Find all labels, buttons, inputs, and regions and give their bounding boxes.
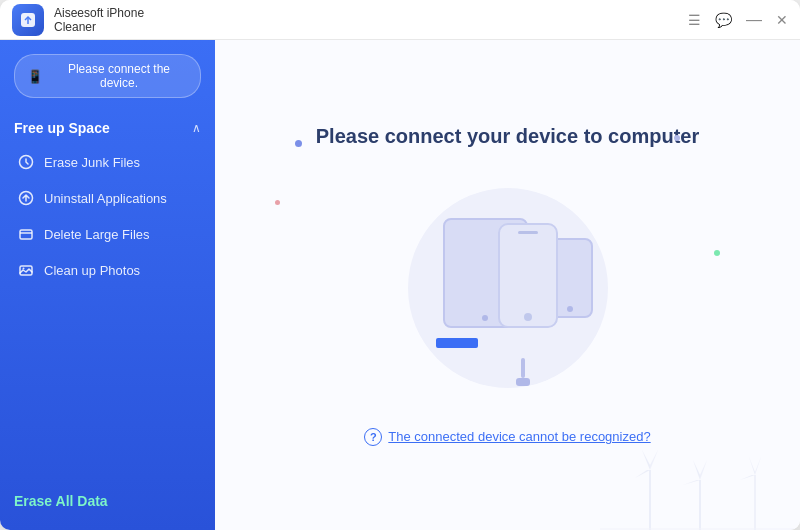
delete-large-label: Delete Large Files [44, 227, 150, 242]
erase-junk-icon [16, 152, 36, 172]
clean-photos-label: Clean up Photos [44, 263, 140, 278]
erase-all-link[interactable]: Erase All Data [14, 493, 108, 509]
erase-all-section: Erase All Data [0, 482, 215, 516]
app-window: Aiseesoft iPhone Cleaner ☰ 💬 — ✕ 📱 Pleas… [0, 0, 800, 530]
close-button[interactable]: ✕ [776, 12, 788, 28]
accent-bar [436, 338, 478, 348]
main-title: Please connect your device to computer [316, 125, 699, 148]
sidebar: 📱 Please connect the device. Free up Spa… [0, 40, 215, 530]
svg-marker-8 [642, 450, 650, 470]
section-chevron-icon[interactable]: ∧ [192, 121, 201, 135]
device-connector [516, 378, 530, 386]
chat-icon[interactable]: 💬 [715, 12, 732, 28]
section-title-free-up-space: Free up Space [14, 120, 110, 136]
svg-point-6 [23, 268, 25, 270]
window-controls: ☰ 💬 — ✕ [688, 12, 788, 28]
device-phone-large [498, 223, 558, 328]
deco-dot-1 [295, 140, 302, 147]
device-cable [521, 358, 525, 378]
device-illustration [378, 178, 638, 398]
svg-marker-13 [700, 460, 707, 480]
deco-dot-4 [714, 250, 720, 256]
sidebar-item-delete-large[interactable]: Delete Large Files [0, 216, 215, 252]
clean-photos-icon [16, 260, 36, 280]
svg-marker-18 [740, 475, 755, 480]
app-logo [12, 4, 44, 36]
svg-marker-17 [755, 457, 761, 475]
menu-icon[interactable]: ☰ [688, 12, 701, 28]
content-area: 📱 Please connect the device. Free up Spa… [0, 40, 800, 530]
sidebar-item-erase-junk[interactable]: Erase Junk Files [0, 144, 215, 180]
help-icon: ? [364, 428, 382, 446]
svg-marker-9 [650, 450, 658, 470]
deco-dot-3 [674, 135, 680, 141]
svg-marker-14 [683, 480, 700, 485]
sidebar-item-clean-photos[interactable]: Clean up Photos [0, 252, 215, 288]
svg-rect-3 [20, 230, 32, 239]
svg-marker-16 [749, 457, 755, 475]
main-content: Please connect your device to computer ?… [215, 40, 800, 530]
deco-dot-2 [275, 200, 280, 205]
title-bar: Aiseesoft iPhone Cleaner ☰ 💬 — ✕ [0, 0, 800, 40]
turbines-decoration [600, 430, 800, 530]
minimize-button[interactable]: — [746, 12, 762, 28]
uninstall-apps-icon [16, 188, 36, 208]
free-up-space-section: Free up Space ∧ [0, 114, 215, 144]
svg-marker-10 [635, 470, 650, 478]
svg-marker-12 [693, 460, 700, 480]
uninstall-apps-label: Uninstall Applications [44, 191, 167, 206]
sidebar-item-uninstall-apps[interactable]: Uninstall Applications [0, 180, 215, 216]
delete-large-icon [16, 224, 36, 244]
connect-device-button[interactable]: 📱 Please connect the device. [14, 54, 201, 98]
app-title: Aiseesoft iPhone Cleaner [54, 6, 688, 34]
erase-junk-label: Erase Junk Files [44, 155, 140, 170]
connect-button-label: Please connect the device. [50, 62, 188, 90]
device-icon: 📱 [27, 69, 43, 84]
